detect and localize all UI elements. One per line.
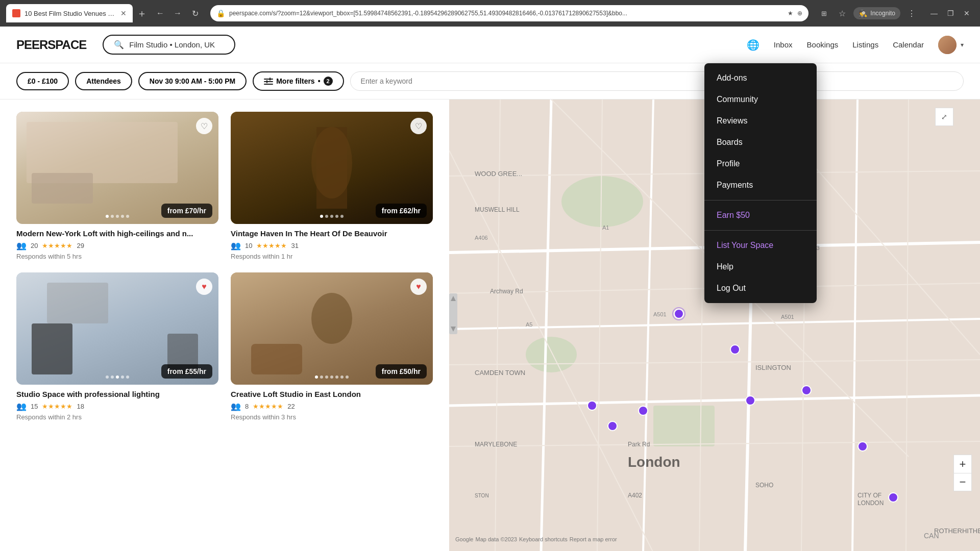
user-dropdown-menu: Add-ons Community Reviews Boards Profile…: [704, 63, 817, 303]
dropdown-item-addons[interactable]: Add-ons: [704, 67, 817, 89]
response-time: Responds within 3 hrs: [231, 413, 433, 421]
dropdown-item-help[interactable]: Help: [704, 256, 817, 278]
zoom-in-button[interactable]: +: [953, 455, 972, 473]
svg-rect-9: [653, 406, 715, 446]
datetime-filter[interactable]: Nov 30 9:00 AM - 5:00 PM: [138, 72, 247, 90]
review-count: 31: [291, 242, 298, 249]
main-search-bar[interactable]: 🔍 Film Studio • London, UK: [103, 35, 235, 55]
incognito-indicator: 🕵 Incognito: [853, 7, 900, 19]
keyboard-shortcuts-text: Keyboard shortcuts: [519, 536, 568, 542]
zoom-out-button[interactable]: −: [953, 473, 972, 491]
dropdown-divider: [704, 230, 817, 231]
favorite-button[interactable]: ♥: [410, 279, 427, 295]
bookings-link[interactable]: Bookings: [807, 40, 839, 49]
listing-card[interactable]: ♥ from £50/hr Creative Loft Studio in Ea…: [231, 272, 433, 421]
svg-text:MARYLEBONE: MARYLEBONE: [475, 441, 517, 448]
dropdown-item-list-space[interactable]: List Your Space: [704, 235, 817, 256]
favorite-button[interactable]: ♡: [410, 118, 427, 134]
dot-indicator: [340, 215, 344, 218]
price-filter[interactable]: £0 - £100: [16, 72, 69, 90]
new-tab-button[interactable]: ＋: [135, 6, 149, 20]
browser-chrome: 10 Best Film Studio Venues - Lo... ✕ ＋ ←…: [0, 0, 980, 27]
dropdown-item-boards[interactable]: Boards: [704, 132, 817, 153]
dropdown-item-community[interactable]: Community: [704, 89, 817, 110]
extensions-button[interactable]: ⊞: [817, 6, 831, 20]
header-nav: 🌐 Inbox Bookings Listings Calendar ▾: [747, 36, 964, 54]
maximize-button[interactable]: ❐: [943, 6, 958, 20]
listing-meta: 👥 15 ★★★★★ 18: [16, 402, 218, 411]
keyword-input[interactable]: [350, 71, 964, 91]
more-filters-button[interactable]: More filters • 2: [253, 71, 344, 91]
svg-text:LONDON: LONDON: [857, 499, 884, 507]
svg-rect-2: [264, 84, 273, 85]
dot-indicator: [330, 375, 333, 379]
attendees-icon: 👥: [16, 402, 27, 411]
address-bar[interactable]: 🔒 peerspace.com/s/?zoom=12&viewport_bbox…: [210, 5, 808, 21]
svg-text:A501: A501: [781, 314, 794, 320]
attendees-filter[interactable]: Attendees: [75, 72, 132, 90]
listing-card[interactable]: ♡ from £70/hr Modern New-York Loft with …: [16, 112, 218, 260]
bookmark-button[interactable]: ☆: [835, 6, 849, 20]
calendar-link[interactable]: Calendar: [893, 40, 924, 49]
svg-text:A1: A1: [602, 224, 609, 231]
attendees-icon: 👥: [231, 241, 241, 251]
dot-indicator: [111, 375, 114, 379]
dropdown-item-reviews[interactable]: Reviews: [704, 110, 817, 132]
avatar-chevron-icon: ▾: [961, 41, 964, 48]
svg-text:SOHO: SOHO: [755, 482, 773, 489]
dropdown-item-logout[interactable]: Log Out: [704, 278, 817, 299]
favorite-button[interactable]: ♡: [196, 118, 212, 134]
svg-text:CAN: CAN: [924, 532, 939, 540]
window-controls: — ❐ ✕: [927, 6, 974, 20]
sliders-icon: [264, 78, 273, 85]
listing-card[interactable]: ♡ from £62/hr Vintage Haven In The Heart…: [231, 112, 433, 260]
listing-image: ♡ from £70/hr: [16, 112, 218, 224]
favorite-button[interactable]: ♥: [196, 279, 212, 295]
map-expand-button[interactable]: ⤢: [935, 108, 953, 126]
search-text: Film Studio • London, UK: [129, 40, 215, 49]
dot-indicator: [315, 375, 318, 379]
dot-indicator: [121, 215, 124, 218]
listing-card[interactable]: ♥ from £55/hr Studio Space with professi…: [16, 272, 218, 421]
star-rating: ★★★★★: [42, 242, 72, 249]
map-expand-control[interactable]: ⤢: [935, 108, 953, 126]
more-filters-label: More filters: [276, 77, 314, 85]
forward-button[interactable]: →: [170, 6, 185, 20]
back-button[interactable]: ←: [153, 6, 167, 20]
menu-button[interactable]: ⋮: [904, 6, 919, 20]
inbox-link[interactable]: Inbox: [774, 40, 793, 49]
listings-link[interactable]: Listings: [852, 40, 878, 49]
dot-indicator: [320, 375, 323, 379]
tab-close-button[interactable]: ✕: [120, 9, 127, 17]
svg-point-60: [858, 442, 867, 451]
reload-button[interactable]: ↻: [188, 6, 202, 20]
price-badge: from £55/hr: [161, 364, 212, 379]
response-time: Responds within 1 hr: [231, 253, 433, 260]
user-avatar-button[interactable]: ▾: [938, 36, 964, 54]
response-time: Responds within 5 hrs: [16, 253, 218, 260]
language-icon[interactable]: 🌐: [747, 39, 760, 51]
response-time: Responds within 2 hrs: [16, 413, 218, 421]
listing-meta: 👥 20 ★★★★★ 29: [16, 241, 218, 251]
browser-tab[interactable]: 10 Best Film Studio Venues - Lo... ✕: [6, 4, 133, 22]
star-rating: ★★★★★: [256, 242, 287, 249]
filter-bar: £0 - £100 Attendees Nov 30 9:00 AM - 5:0…: [0, 63, 980, 99]
avatar: [938, 36, 957, 54]
dropdown-item-earn[interactable]: Earn $50: [704, 205, 817, 226]
peerspace-logo[interactable]: PEERSPACE: [16, 38, 86, 52]
map-zoom-controls: + −: [953, 455, 972, 491]
svg-rect-1: [264, 81, 273, 82]
report-map-error-link[interactable]: Report a map error: [570, 536, 617, 542]
close-window-button[interactable]: ✕: [960, 6, 974, 20]
image-indicators: [106, 375, 129, 379]
minimize-button[interactable]: —: [927, 6, 941, 20]
price-badge: from £70/hr: [161, 204, 212, 218]
star-rating: ★★★★★: [253, 403, 283, 410]
filter-count-badge: 2: [324, 77, 333, 86]
svg-point-55: [608, 421, 617, 431]
dot-indicator: [325, 375, 328, 379]
dropdown-item-profile[interactable]: Profile: [704, 153, 817, 174]
dropdown-item-payments[interactable]: Payments: [704, 174, 817, 196]
svg-point-61: [889, 493, 898, 502]
dot-indicator: [116, 375, 119, 379]
